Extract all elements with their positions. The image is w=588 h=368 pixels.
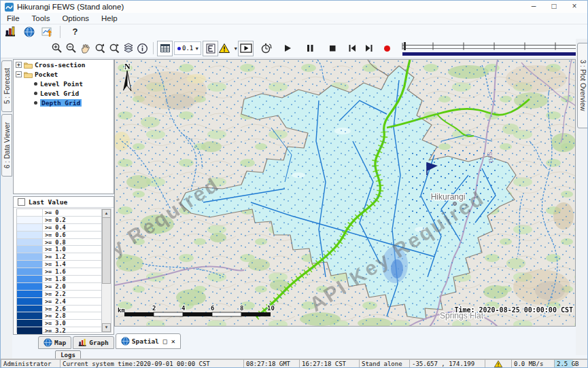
tree-item-level-point[interactable]: Level Point [14,79,114,88]
legend-swatch [17,232,43,238]
legend-swatch [17,306,43,312]
status-mode: Stand alone [360,359,410,368]
legend-row: >= 0 [17,209,101,217]
legend-row: >= 1.8 [17,276,101,283]
status-coordinates: -35.657 , 174.199 [410,359,485,368]
legend-swatch [17,291,43,297]
tree-item-level-grid[interactable]: Level Grid [14,89,114,98]
svg-text:2: 2 [152,305,156,312]
database-chart-icon[interactable] [3,24,18,39]
tree-item-cross-section[interactable]: + Cross-section [14,60,114,69]
timer-settings-icon[interactable] [259,41,273,56]
stop-button[interactable] [325,41,339,56]
collapse-minus-icon[interactable]: − [16,71,22,77]
svg-text:4: 4 [181,305,186,312]
legend-row: >= 0.4 [17,224,101,232]
minimize-button[interactable]: – [523,1,544,13]
map-canvas[interactable]: Hikurangi Springs Flat SH1 API Key Requi… [114,59,576,327]
timeline-progress-bar [402,52,588,56]
svg-text:N: N [124,62,131,71]
help-button[interactable]: ? [68,24,82,39]
info-button[interactable] [135,41,150,56]
legend-swatch [17,320,43,327]
legend-swatch [17,246,43,253]
tab-forecast[interactable]: 5 : Forecast [1,60,12,112]
animation-panel-button[interactable] [238,41,254,56]
tab-map[interactable]: Map [38,336,71,349]
scroll-down-icon[interactable]: ▼ [102,323,111,332]
status-local-time: 16:27:18 CST [300,359,360,368]
status-data-rate: 0.0 MB/s [512,359,555,368]
tab-close-icon[interactable]: ✕ [171,337,175,345]
legend-row: >= 0.2 [17,217,101,224]
tree-item-depth-grid[interactable]: Depth Grid [14,98,114,107]
legend-swatch [17,268,43,275]
tab-plot-overview[interactable]: 3 : Plot Overview [577,43,588,128]
folder-open-icon [24,71,33,78]
globe-icon [121,337,130,346]
pause-button[interactable] [302,41,317,56]
window-title: Hikurangi FEWS (Stand alone) [17,3,124,11]
tab-data-viewer[interactable]: 6 : Data Viewer [1,114,12,177]
record-button[interactable] [380,41,394,56]
tab-spatial[interactable]: Spatial □ ✕ [116,333,181,349]
map-toolbar: 0.1▼ ▼ 2020-08-25 00:00:00 CST [1,39,576,58]
status-gmt-time: 08:27:18 GMT [244,359,300,368]
legend-row: >= 3.0 [17,320,101,327]
legend-scrollbar[interactable]: ▲ ▼ [101,208,111,333]
menu-file[interactable]: File [1,14,26,22]
node-bullet-icon [34,101,37,105]
app-window: { "window": {"title": "Hikurangi FEWS (S… [0,0,588,368]
globe-icon[interactable] [22,24,36,39]
app-logo-icon [5,3,14,12]
status-system-time: Current system time:2020-09-01 00:00 CST [60,359,244,368]
warning-threshold-dropdown[interactable]: ▼ [218,41,238,56]
legend-swatch [17,298,43,305]
svg-text:6: 6 [211,305,214,312]
elevation-legend-button[interactable] [203,41,218,56]
timeseries-import-icon[interactable] [40,24,54,39]
status-bar: Administrator Current system time:2020-0… [1,358,588,368]
skip-to-start-button[interactable] [345,41,359,56]
legend-swatch [17,253,43,260]
menu-options[interactable]: Options [56,14,95,22]
contour-interval-dropdown[interactable]: 0.1▼ [174,41,201,56]
menu-tools[interactable]: Tools [26,14,56,22]
status-warning-cell[interactable] [485,359,512,368]
close-button[interactable]: × [564,1,585,13]
legend-header: Last Value [14,197,114,208]
zoom-in-button[interactable] [50,41,64,56]
legend-swatch [17,239,43,246]
legend-row: >= 1.0 [17,246,101,253]
tab-restore-icon[interactable]: □ [163,337,167,345]
scrollbar-thumb[interactable] [102,217,111,284]
tab-graph[interactable]: Graph [73,336,114,349]
last-value-checkbox[interactable] [18,198,25,206]
pan-hand-button[interactable] [78,41,92,56]
expand-plus-icon[interactable]: + [16,62,22,68]
time-slider[interactable] [401,40,588,56]
warning-icon [494,360,503,368]
main-toolbar: ? [1,24,588,39]
node-bullet-icon [34,92,37,95]
menu-bar: File Tools Options Help [1,13,587,24]
zoom-next-button[interactable] [107,41,121,56]
title-bar[interactable]: Hikurangi FEWS (Stand alone) – □ × [1,1,587,13]
legend-row: >= 2.8 [17,312,101,320]
legend-row: >= 1.2 [17,253,101,261]
grid-display-button[interactable] [157,41,173,56]
menu-help[interactable]: Help [95,14,124,22]
tree-item-pocket[interactable]: − Pocket [14,70,114,79]
zoom-previous-button[interactable] [92,41,107,56]
legend-row: >= 2.2 [17,291,101,298]
zoom-out-button[interactable] [64,41,78,56]
chevron-down-icon: ▼ [194,46,199,51]
maximize-button[interactable]: □ [544,1,564,13]
legend-row: >= 2.0 [17,283,101,291]
skip-to-end-button[interactable] [362,41,376,56]
view-tab-bar: Map Graph Spatial □ ✕ [38,333,182,349]
layers-button[interactable] [121,41,135,56]
play-button[interactable] [280,41,294,56]
legend-row: >= 2.4 [17,298,101,306]
legend-panel: Last Value >= 0 >= 0.2 >= 0.4 >= 0.6 >= … [13,196,114,335]
